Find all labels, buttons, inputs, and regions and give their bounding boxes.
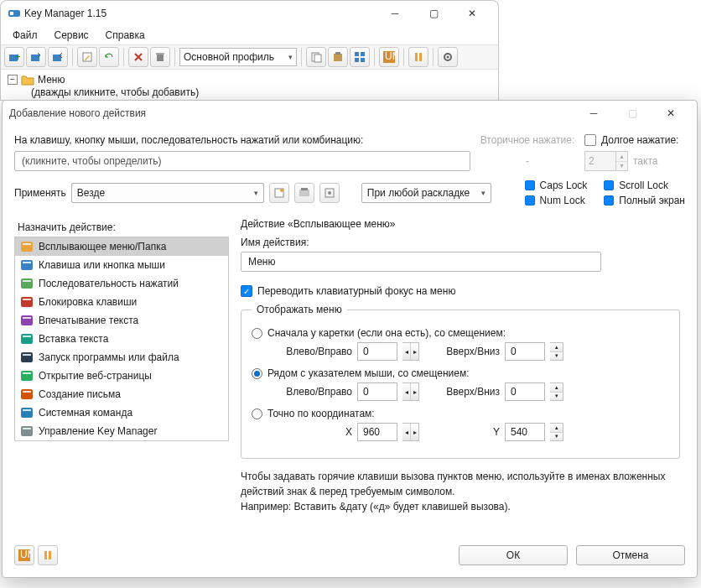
tree-view[interactable]: − Меню (дважды кликните, чтобы добавить)	[1, 70, 498, 101]
apply-tb-2-icon[interactable]	[294, 183, 314, 203]
x-spinner[interactable]: ◂▸	[402, 423, 419, 441]
action-icon	[20, 240, 34, 253]
close-button[interactable]: ✕	[453, 1, 491, 26]
action-item[interactable]: Впечатывание текста	[15, 311, 228, 330]
radio-coord[interactable]	[252, 408, 262, 419]
apply-tb-3-icon[interactable]	[319, 183, 340, 203]
svg-rect-30	[23, 243, 31, 245]
action-item[interactable]: Последовательность нажатий	[15, 274, 228, 293]
ud-spinner-1[interactable]: ▴▾	[550, 342, 563, 361]
ud-spinner-2[interactable]: ▴▾	[550, 382, 563, 401]
tb-refresh-icon[interactable]	[99, 47, 119, 67]
svg-rect-46	[23, 391, 31, 393]
dlg-minimize-button[interactable]: ─	[574, 101, 613, 126]
action-item[interactable]: Управление Key Manager	[15, 422, 228, 440]
lr-input-2[interactable]: 0	[357, 382, 397, 401]
tb-gear-icon[interactable]	[438, 47, 458, 67]
key-define-field[interactable]: (кликните, чтобы определить)	[14, 151, 470, 171]
lr-spinner-2[interactable]: ◂▸	[402, 382, 419, 401]
caps-led-icon[interactable]	[525, 180, 535, 190]
y-spinner[interactable]: ▴▾	[550, 423, 563, 441]
action-item-label: Последовательность нажатий	[39, 278, 179, 289]
ud-input-2[interactable]: 0	[505, 382, 545, 401]
long-press-checkbox[interactable]	[584, 134, 596, 146]
action-item[interactable]: Открытие веб-страницы	[15, 367, 228, 385]
tb-paste-icon[interactable]	[328, 47, 348, 67]
minimize-button[interactable]: ─	[376, 1, 414, 26]
action-item[interactable]: Всплывающее меню/Папка	[15, 237, 228, 256]
focus-checkbox[interactable]: ✓	[241, 285, 252, 297]
full-led-icon[interactable]	[604, 195, 614, 206]
action-name-input[interactable]: Меню	[241, 252, 601, 272]
action-item[interactable]: Создание письма	[15, 385, 228, 403]
dlg-close-button[interactable]: ✕	[652, 101, 690, 126]
radio-mouse[interactable]	[252, 368, 262, 379]
svg-rect-8	[156, 53, 164, 55]
svg-rect-43	[21, 371, 33, 381]
y-input[interactable]: 540	[505, 423, 545, 441]
tb-export-icon[interactable]	[48, 47, 68, 67]
dialog-title: Добавление нового действия	[9, 107, 574, 119]
layout-combo[interactable]: При любой раскладке ▾	[361, 183, 491, 203]
action-item[interactable]: Системная команда	[15, 403, 228, 422]
radio-caret[interactable]	[252, 328, 262, 339]
footer-pause-icon[interactable]	[38, 545, 58, 565]
action-item-label: Запуск программы или файла	[39, 351, 179, 363]
dlg-maximize-button[interactable]: ▢	[613, 101, 652, 126]
action-icon	[20, 295, 34, 309]
action-item[interactable]: Блокировка клавиши	[15, 293, 228, 311]
radio-mouse-label: Рядом с указателем мыши, со смещением:	[267, 367, 470, 379]
svg-rect-36	[23, 299, 31, 300]
tb-um-icon[interactable]: UM	[379, 47, 399, 67]
display-legend: Отображать меню	[252, 304, 347, 315]
tb-delete-icon[interactable]	[128, 47, 148, 67]
svg-rect-44	[23, 372, 31, 374]
tb-copy-icon[interactable]	[306, 47, 326, 67]
ud-input-1[interactable]: 0	[505, 342, 545, 361]
lr-spinner-1[interactable]: ◂▸	[402, 342, 419, 361]
expand-toggle-icon[interactable]: −	[8, 75, 18, 85]
action-item-label: Открытие веб-страницы	[39, 370, 152, 382]
menu-service[interactable]: Сервис	[48, 28, 96, 43]
apply-combo[interactable]: Везде ▾	[71, 183, 264, 203]
apply-combo-value: Везде	[77, 187, 105, 199]
svg-rect-42	[23, 354, 31, 356]
menu-help[interactable]: Справка	[99, 28, 152, 43]
tree-add-hint[interactable]: (дважды кликните, чтобы добавить)	[31, 86, 491, 98]
menu-file[interactable]: Файл	[6, 28, 44, 43]
action-item[interactable]: Запуск программы или файла	[15, 348, 228, 367]
parent-title: Key Manager 1.15	[24, 8, 376, 19]
num-led-icon[interactable]	[525, 195, 535, 206]
svg-point-28	[328, 191, 331, 195]
svg-rect-39	[21, 334, 33, 344]
scroll-led-icon[interactable]	[604, 180, 614, 190]
radio-caret-label: Сначала у каретки (если она есть), со см…	[267, 327, 506, 339]
apply-tb-1-icon[interactable]	[269, 183, 289, 203]
tree-root[interactable]: − Меню	[8, 73, 491, 86]
lr-input-1[interactable]: 0	[357, 342, 397, 361]
tb-tile-icon[interactable]	[350, 47, 370, 67]
footer-um-icon[interactable]: UM	[14, 545, 34, 565]
maximize-button[interactable]: ▢	[414, 1, 453, 26]
svg-rect-33	[21, 278, 33, 289]
chevron-down-icon: ▾	[288, 53, 293, 61]
action-item-label: Вставка текста	[39, 333, 108, 345]
tb-pause-icon[interactable]	[408, 47, 428, 67]
svg-rect-54	[49, 551, 51, 559]
action-item[interactable]: Клавиша или кнопка мыши	[15, 256, 228, 274]
tb-edit-icon[interactable]	[77, 47, 97, 67]
action-icon	[20, 369, 34, 382]
action-item[interactable]: Вставка текста	[15, 330, 228, 348]
ok-button[interactable]: ОК	[459, 545, 568, 565]
tb-import-icon[interactable]	[26, 47, 46, 67]
cancel-button[interactable]: Отмена	[576, 545, 685, 565]
svg-text:+: +	[15, 51, 20, 63]
chevron-down-icon: ▾	[481, 189, 486, 197]
profile-combo[interactable]: Основной профиль ▾	[179, 48, 297, 66]
svg-rect-32	[23, 262, 31, 263]
x-input[interactable]: 960	[357, 423, 397, 441]
tb-trash-icon[interactable]	[150, 47, 170, 67]
dialog-title-bar: Добавление нового действия ─ ▢ ✕	[3, 101, 697, 126]
action-list[interactable]: Всплывающее меню/ПапкаКлавиша или кнопка…	[14, 237, 229, 441]
tb-add-icon[interactable]: +	[4, 47, 24, 67]
